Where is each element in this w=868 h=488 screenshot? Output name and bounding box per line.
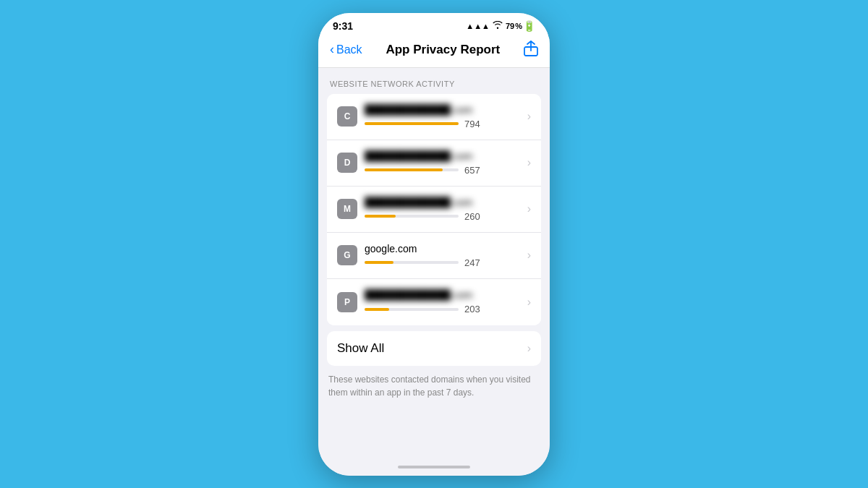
item-count: 794 bbox=[464, 119, 480, 129]
section-header: WEBSITE NETWORK ACTIVITY bbox=[318, 68, 550, 94]
list-item[interactable]: C ████████████.com 794 › bbox=[327, 94, 541, 140]
item-domain: google.com bbox=[365, 243, 523, 254]
item-icon: G bbox=[337, 245, 357, 265]
status-time: 9:31 bbox=[333, 20, 353, 32]
item-chevron-icon: › bbox=[527, 156, 531, 169]
show-all-button[interactable]: Show All › bbox=[327, 331, 541, 366]
item-chevron-icon: › bbox=[527, 249, 531, 262]
signal-icon: ▲▲▲ bbox=[466, 22, 490, 30]
website-list: C ████████████.com 794 › D ████████████.… bbox=[327, 94, 541, 325]
scroll-content[interactable]: WEBSITE NETWORK ACTIVITY C ████████████.… bbox=[318, 68, 550, 461]
list-item[interactable]: M ████████████.com 260 › bbox=[327, 187, 541, 233]
phone-frame: 9:31 ▲▲▲ 79 % 🔋 ‹ Back App Privacy Repor… bbox=[318, 13, 550, 476]
page-title: App Privacy Report bbox=[386, 43, 500, 57]
item-count: 260 bbox=[464, 211, 480, 222]
status-icons: ▲▲▲ 79 % 🔋 bbox=[466, 20, 535, 32]
item-content: ████████████.com 260 bbox=[365, 197, 523, 222]
wifi-icon bbox=[493, 21, 503, 30]
item-bar-fill bbox=[365, 168, 443, 171]
item-bar-track bbox=[365, 168, 459, 171]
list-item[interactable]: P ████████████.com 203 › bbox=[327, 279, 541, 325]
item-bar-track bbox=[365, 261, 459, 264]
back-button[interactable]: ‹ Back bbox=[330, 43, 362, 57]
item-count: 657 bbox=[464, 165, 480, 176]
status-bar: 9:31 ▲▲▲ 79 % 🔋 bbox=[318, 13, 550, 36]
item-bar-fill bbox=[365, 215, 396, 218]
item-bar-track bbox=[365, 215, 459, 218]
list-item[interactable]: G google.com 247 › bbox=[327, 233, 541, 279]
item-icon: D bbox=[337, 153, 357, 173]
item-bar-track bbox=[365, 308, 459, 311]
item-content: ████████████.com 203 bbox=[365, 289, 523, 314]
nav-bar: ‹ Back App Privacy Report bbox=[318, 36, 550, 68]
item-content: ████████████.com 794 bbox=[365, 104, 523, 129]
share-button[interactable] bbox=[524, 40, 538, 60]
item-icon: P bbox=[337, 292, 357, 312]
show-all-chevron-icon: › bbox=[527, 342, 531, 355]
battery-icon: 79 % 🔋 bbox=[506, 20, 535, 32]
item-count: 203 bbox=[464, 304, 480, 314]
show-all-container: Show All › bbox=[327, 331, 541, 366]
item-bar-row: 794 bbox=[365, 119, 523, 129]
item-bar-row: 203 bbox=[365, 304, 523, 314]
item-bar-track bbox=[365, 122, 459, 125]
item-count: 247 bbox=[464, 257, 480, 268]
item-bar-row: 657 bbox=[365, 165, 523, 176]
item-icon: C bbox=[337, 106, 357, 127]
item-bar-row: 260 bbox=[365, 211, 523, 222]
list-item[interactable]: D ████████████.com 657 › bbox=[327, 140, 541, 187]
item-bar-row: 247 bbox=[365, 257, 523, 268]
home-indicator bbox=[318, 461, 550, 476]
item-chevron-icon: › bbox=[527, 110, 531, 123]
item-bar-fill bbox=[365, 308, 389, 311]
back-chevron-icon: ‹ bbox=[330, 42, 334, 57]
battery-symbol: 🔋 bbox=[523, 20, 535, 32]
item-chevron-icon: › bbox=[527, 202, 531, 215]
item-content: ████████████.com 657 bbox=[365, 150, 523, 176]
home-bar bbox=[398, 466, 470, 468]
item-content: google.com 247 bbox=[365, 243, 523, 268]
item-domain: ████████████.com bbox=[365, 289, 523, 301]
item-domain: ████████████.com bbox=[365, 150, 523, 162]
back-label: Back bbox=[336, 43, 362, 56]
show-all-label: Show All bbox=[337, 341, 384, 356]
footer-text: These websites contacted domains when yo… bbox=[318, 366, 550, 414]
item-icon: M bbox=[337, 199, 357, 219]
item-bar-fill bbox=[365, 261, 393, 264]
item-domain: ████████████.com bbox=[365, 197, 523, 208]
item-domain: ████████████.com bbox=[365, 104, 523, 116]
battery-percent: % bbox=[515, 22, 522, 30]
item-chevron-icon: › bbox=[527, 296, 531, 309]
item-bar-fill bbox=[365, 122, 459, 125]
